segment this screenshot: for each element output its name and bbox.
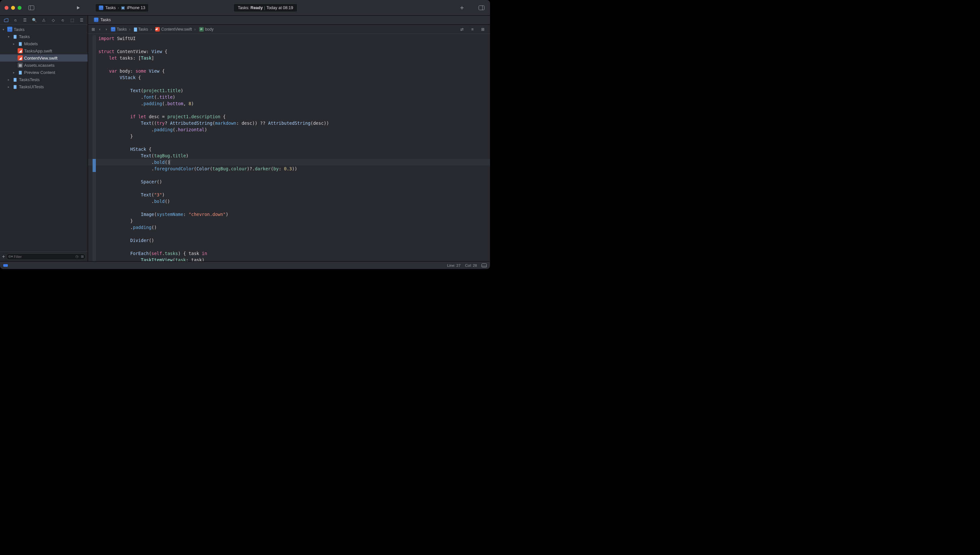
app-icon: ⬚: [99, 6, 103, 10]
chevron-right-icon: ›: [129, 27, 130, 32]
find-navigator-tab[interactable]: 🔍: [31, 17, 38, 24]
xcodeproj-icon: ⬚: [7, 27, 12, 32]
tree-file-assets[interactable]: ▦ Assets.xcassets: [0, 61, 88, 69]
disclosure-triangle-icon[interactable]: ▸: [13, 42, 16, 46]
swift-file-icon: ◢: [18, 48, 23, 53]
disclosure-triangle-icon[interactable]: ▸: [13, 71, 16, 74]
property-icon: P: [199, 27, 204, 32]
swift-file-icon: ◢: [18, 55, 23, 61]
tree-label: TasksApp.swift: [24, 48, 52, 53]
run-button[interactable]: [74, 4, 82, 12]
toggle-navigator-icon[interactable]: [27, 4, 35, 12]
tree-file-tasksapp[interactable]: ◢ TasksApp.swift: [0, 47, 88, 55]
tab-label: Tasks: [100, 18, 111, 22]
nav-back-icon[interactable]: ‹: [97, 27, 103, 32]
xcodeproj-icon: ⬚: [111, 27, 116, 32]
tree-project-root[interactable]: ▾ ⬚ Tasks: [0, 26, 88, 33]
breakpoint-navigator-tab[interactable]: ⬚: [69, 17, 76, 24]
debug-navigator-tab[interactable]: ⎋: [60, 17, 66, 24]
minimize-window-button[interactable]: [11, 6, 15, 10]
close-window-button[interactable]: [5, 6, 8, 10]
navigator-tabs: ⎋ ☰ 🔍 ⚠ ◇ ⎋ ⬚ ☰: [0, 16, 88, 25]
device-icon: ▣: [121, 5, 125, 10]
counterparts-icon[interactable]: ⇄: [459, 27, 465, 32]
tree-label: Models: [24, 42, 38, 46]
tree-group-preview[interactable]: ▸ ▇ Preview Content: [0, 69, 88, 76]
folder-icon: ▇: [134, 27, 137, 32]
crumb-file[interactable]: ◢ ContentView.swift ›: [154, 27, 198, 32]
navigator-filter-bar: + ⊜▾ ◷ ⊞: [0, 252, 88, 261]
recent-files-icon[interactable]: ◷: [75, 254, 79, 258]
navigator-pane: ⎋ ☰ 🔍 ⚠ ◇ ⎋ ⬚ ☰ ▾ ⬚ Tasks ▾ ▇ Tasks: [0, 16, 88, 261]
source-control-navigator-tab[interactable]: ⎋: [12, 17, 19, 24]
debug-area-indicator[interactable]: [3, 264, 8, 267]
disclosure-triangle-icon[interactable]: ▾: [8, 35, 11, 38]
tab-bar: ⬚ Tasks: [88, 16, 490, 25]
status-state: Ready: [250, 6, 263, 10]
chevron-right-icon: ›: [194, 27, 196, 32]
navigator-filter-input[interactable]: [6, 253, 86, 260]
line-indicator: Line: 27: [447, 263, 461, 268]
disclosure-triangle-icon[interactable]: ▸: [8, 78, 11, 82]
tree-label: ContentView.swift: [24, 56, 57, 61]
col-indicator: Col: 28: [465, 263, 477, 268]
tree-label: TasksTests: [19, 77, 40, 82]
crumb-project[interactable]: ⬚ Tasks ›: [109, 27, 133, 32]
zoom-window-button[interactable]: [18, 6, 21, 10]
tree-label: TasksUITests: [19, 84, 44, 89]
scheme-target-label: Tasks: [105, 6, 116, 10]
scheme-device-label: iPhone 13: [127, 6, 145, 10]
swift-file-icon: ◢: [155, 27, 160, 32]
scm-filter-icon[interactable]: ⊞: [81, 254, 84, 258]
folder-icon: ▇: [12, 77, 18, 82]
editor-options-icon[interactable]: ≡: [469, 27, 476, 32]
toggle-debug-area-icon[interactable]: [481, 263, 487, 268]
status-time: Today at 08:19: [266, 6, 293, 10]
project-navigator-tab[interactable]: [3, 17, 10, 24]
chevron-right-icon: ›: [118, 6, 119, 10]
chevron-right-icon: ›: [150, 27, 151, 32]
crumb-symbol[interactable]: P body: [198, 27, 215, 32]
scheme-selector[interactable]: ⬚ Tasks › ▣ iPhone 13: [95, 3, 149, 12]
tree-label: Preview Content: [24, 70, 55, 75]
tree-group-tests[interactable]: ▸ ▇ TasksTests: [0, 76, 88, 83]
issue-navigator-tab[interactable]: ⚠: [40, 17, 47, 24]
tree-label: Assets.xcassets: [24, 63, 55, 68]
folder-icon: ▇: [18, 41, 23, 46]
nav-forward-icon[interactable]: ›: [103, 27, 109, 32]
filter-scope-icon[interactable]: ⊜▾: [8, 254, 13, 258]
related-items-icon[interactable]: ⊞: [90, 27, 97, 32]
tree-group-app[interactable]: ▾ ▇ Tasks: [0, 33, 88, 40]
editor-area: ⬚ Tasks ⊞ ‹ › ⬚ Tasks › ▇ Tasks ›: [88, 16, 490, 261]
symbol-navigator-tab[interactable]: ☰: [21, 17, 28, 24]
status-prefix: Tasks:: [238, 6, 249, 10]
code-editor[interactable]: import SwiftUI struct ContentView: View …: [88, 34, 490, 261]
crumb-group[interactable]: ▇ Tasks ›: [133, 27, 154, 32]
svg-rect-6: [481, 263, 486, 267]
status-separator: |: [264, 6, 265, 10]
tree-label: Tasks: [19, 34, 30, 39]
status-bar: Line: 27 Col: 28: [0, 261, 490, 269]
assets-icon: ▦: [18, 63, 23, 68]
disclosure-triangle-icon[interactable]: ▸: [8, 85, 11, 88]
add-editor-icon[interactable]: ⊞: [480, 27, 486, 32]
test-navigator-tab[interactable]: ◇: [50, 17, 57, 24]
library-icon[interactable]: [478, 4, 486, 12]
add-target-icon[interactable]: +: [2, 254, 5, 260]
disclosure-triangle-icon[interactable]: ▾: [3, 28, 6, 31]
activity-status: Tasks: Ready | Today at 08:19: [233, 3, 297, 12]
tab-active-file[interactable]: ⬚ Tasks: [90, 16, 115, 24]
svg-rect-4: [479, 6, 484, 10]
project-tree: ▾ ⬚ Tasks ▾ ▇ Tasks ▸ ▇ Models ◢ Ta: [0, 25, 88, 252]
jump-bar: ⊞ ‹ › ⬚ Tasks › ▇ Tasks › ◢ ContentView.…: [88, 25, 490, 34]
tree-group-models[interactable]: ▸ ▇ Models: [0, 40, 88, 47]
xcodeproj-icon: ⬚: [94, 18, 98, 22]
folder-icon: ▇: [12, 34, 18, 39]
tree-label: Tasks: [14, 27, 24, 32]
tree-group-uitests[interactable]: ▸ ▇ TasksUITests: [0, 83, 88, 90]
report-navigator-tab[interactable]: ☰: [78, 17, 85, 24]
svg-rect-0: [29, 6, 34, 10]
tree-file-contentview[interactable]: ◢ ContentView.swift: [0, 55, 88, 61]
add-tab-icon[interactable]: [458, 4, 466, 12]
titlebar: ⬚ Tasks › ▣ iPhone 13 Tasks: Ready | Tod…: [0, 0, 490, 16]
